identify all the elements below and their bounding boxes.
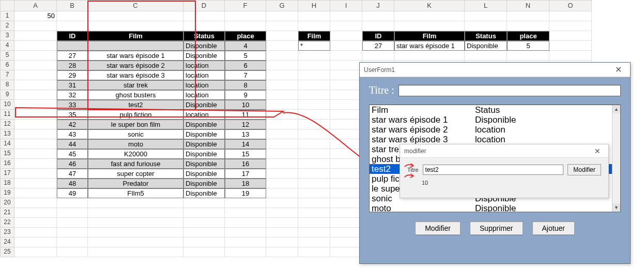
cell[interactable] [298, 149, 330, 159]
row-header[interactable]: 23 [0, 228, 14, 238]
col-header-C[interactable]: C [88, 0, 183, 11]
cell[interactable] [88, 198, 183, 208]
cell[interactable] [266, 120, 298, 129]
cell[interactable] [298, 110, 330, 120]
cell[interactable] [57, 247, 88, 257]
cell[interactable]: * [298, 41, 330, 51]
cell[interactable] [298, 228, 330, 238]
cell[interactable] [330, 100, 362, 110]
cell[interactable] [298, 51, 330, 61]
cell[interactable] [330, 228, 362, 238]
cell[interactable] [14, 31, 57, 41]
cell[interactable]: Disponible [183, 120, 225, 129]
cell[interactable]: 10 [225, 100, 266, 110]
cell[interactable]: 33 [57, 100, 88, 110]
cell[interactable] [183, 238, 225, 247]
cell[interactable]: 5 [507, 41, 549, 51]
cell[interactable] [266, 218, 298, 228]
cell[interactable] [330, 238, 362, 247]
cell[interactable] [14, 208, 57, 218]
cell[interactable] [14, 120, 57, 129]
cell[interactable] [266, 90, 298, 100]
cell[interactable] [330, 139, 362, 149]
cell[interactable] [266, 198, 298, 208]
cell[interactable]: 46 [57, 159, 88, 169]
cell[interactable] [330, 247, 362, 257]
cell[interactable] [298, 90, 330, 100]
cell[interactable] [225, 238, 266, 247]
cell[interactable] [394, 11, 465, 21]
cell[interactable] [507, 21, 549, 31]
cell[interactable]: 31 [57, 80, 88, 90]
cell[interactable] [266, 139, 298, 149]
cell[interactable] [330, 80, 362, 90]
row-header[interactable]: 5 [0, 51, 14, 61]
cell[interactable] [266, 80, 298, 90]
cell[interactable]: FIlm5 [88, 188, 183, 198]
cell[interactable]: 29 [57, 70, 88, 80]
row-header[interactable]: 10 [0, 100, 14, 110]
cell[interactable] [57, 218, 88, 228]
cell[interactable] [225, 218, 266, 228]
cell[interactable]: 45 [57, 149, 88, 159]
cell[interactable]: location [183, 110, 225, 120]
row-header[interactable]: 6 [0, 61, 14, 70]
cell[interactable] [298, 238, 330, 247]
cell[interactable] [266, 159, 298, 169]
cell[interactable] [330, 61, 362, 70]
list-item[interactable]: motoDisponible [370, 203, 620, 212]
cell[interactable] [507, 11, 549, 21]
cell[interactable] [362, 21, 394, 31]
cell[interactable]: Status [183, 31, 225, 41]
cell[interactable]: 48 [57, 179, 88, 188]
cell[interactable] [14, 218, 57, 228]
cell[interactable] [298, 129, 330, 139]
cell[interactable]: Disponible [183, 100, 225, 110]
cell[interactable] [14, 169, 57, 179]
cell[interactable] [183, 247, 225, 257]
cell[interactable] [330, 208, 362, 218]
ajouter-button[interactable]: Ajotuer [532, 222, 575, 235]
row-header[interactable]: 9 [0, 90, 14, 100]
cell[interactable]: 44 [57, 139, 88, 149]
cell[interactable] [14, 61, 57, 70]
row-header[interactable]: 18 [0, 179, 14, 188]
cell[interactable] [88, 247, 183, 257]
cell[interactable] [362, 11, 394, 21]
cell[interactable]: Film [394, 31, 465, 41]
cell[interactable]: 5 [225, 51, 266, 61]
cell[interactable] [330, 188, 362, 198]
cell[interactable] [298, 159, 330, 169]
cell[interactable] [266, 238, 298, 247]
col-header-I[interactable]: I [330, 0, 362, 11]
cell[interactable]: fast and furiouse [88, 159, 183, 169]
cell[interactable]: Disponible [183, 169, 225, 179]
cell[interactable] [298, 169, 330, 179]
cell[interactable] [330, 120, 362, 129]
cell[interactable]: place [225, 31, 266, 41]
cell[interactable]: 32 [57, 90, 88, 100]
cell[interactable] [266, 110, 298, 120]
row-header[interactable]: 22 [0, 218, 14, 228]
row-header[interactable]: 17 [0, 169, 14, 179]
cell[interactable] [298, 247, 330, 257]
cell[interactable]: Film [298, 31, 330, 41]
cell[interactable] [298, 179, 330, 188]
cell[interactable]: 27 [57, 51, 88, 61]
cell[interactable] [298, 198, 330, 208]
col-header-J[interactable]: J [362, 0, 394, 11]
cell[interactable] [14, 110, 57, 120]
modifier-titlebar[interactable]: modifier ✕ [400, 144, 608, 158]
cell[interactable]: star trek [88, 80, 183, 90]
cell[interactable] [88, 21, 183, 31]
cell[interactable] [330, 129, 362, 139]
userform-titlebar[interactable]: UserForm1 ✕ [360, 63, 630, 77]
cell[interactable]: 4 [225, 41, 266, 51]
cell[interactable]: Film [88, 31, 183, 41]
row-header[interactable]: 11 [0, 110, 14, 120]
cell[interactable] [266, 11, 298, 21]
cell[interactable]: location [183, 80, 225, 90]
cell[interactable] [14, 188, 57, 198]
cell[interactable] [549, 41, 592, 51]
cell[interactable] [57, 238, 88, 247]
